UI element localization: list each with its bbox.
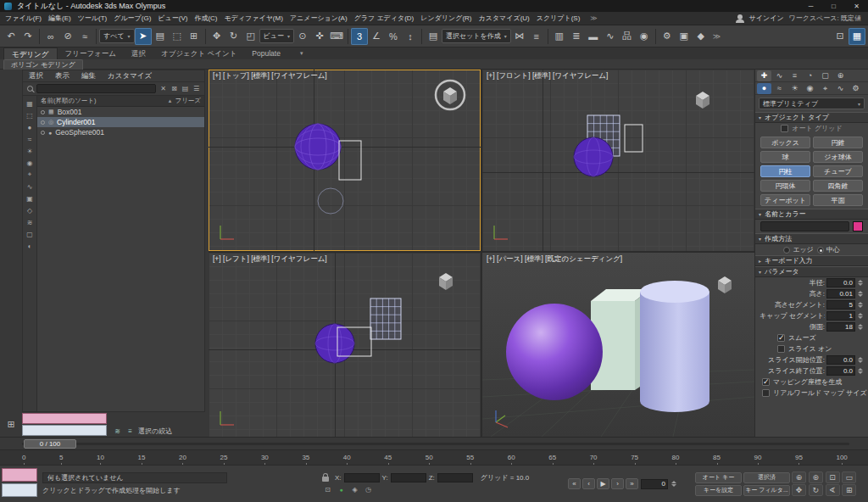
spinner-snap-icon[interactable]: ↕ <box>402 28 419 45</box>
track-bar[interactable]: 0510152025303540455055606570758085909510… <box>0 449 868 465</box>
rollout-keyboard-entry[interactable]: キーボード入力 <box>755 255 868 266</box>
maximize-viewport-icon[interactable]: ⊞ <box>842 484 856 496</box>
ribbon-tab-freeform[interactable]: フリーフォーム <box>58 47 125 59</box>
lock-explorer-icon[interactable]: ⊠ <box>169 84 180 94</box>
zoom-all-icon[interactable]: ⊛ <box>809 471 823 483</box>
zoom-extents-icon[interactable]: ⊡ <box>826 471 840 483</box>
viewport-layout-icon[interactable]: ⊞ <box>4 418 18 431</box>
category-systems[interactable]: ⚙ <box>849 83 863 94</box>
selection-filter-select[interactable]: すべて <box>99 29 135 43</box>
spinner-icon[interactable] <box>857 289 864 298</box>
radio-center[interactable]: 中心 <box>817 245 840 254</box>
pan-icon[interactable]: ✥ <box>792 484 806 496</box>
selection-filter-label[interactable]: 選択の絞込 <box>138 427 172 436</box>
tab-utilities[interactable]: ⊕ <box>833 70 848 81</box>
select-and-rotate-icon[interactable]: ↻ <box>225 28 242 45</box>
named-selection-sets-select[interactable]: 選択セットを作成 <box>442 29 511 43</box>
viewport-left-label[interactable]: [+] [レフト] [標準] [ワイヤフレーム] <box>213 254 327 265</box>
tab-motion[interactable]: ◔ <box>803 70 817 81</box>
scene-node-box001[interactable]: ▦ Box001 <box>37 107 204 117</box>
spinner-icon[interactable] <box>857 278 864 287</box>
menu-item[interactable]: グループ(G) <box>110 12 154 25</box>
viewport-top[interactable]: [+] [トップ] [標準] [ワイヤフレーム] <box>209 70 481 251</box>
tube-button[interactable]: チューブ <box>813 165 863 177</box>
viewport-left[interactable]: [+] [レフト] [標準] [ワイヤフレーム] <box>209 253 481 437</box>
name-column-header[interactable]: 名前(昇順のソート) <box>41 97 165 105</box>
category-cameras[interactable]: ◉ <box>803 83 817 94</box>
percent-snap-icon[interactable]: % <box>385 28 402 45</box>
select-by-name-icon[interactable]: ▤ <box>152 28 169 45</box>
key-filters-button[interactable]: キー フィルタ... <box>743 485 790 496</box>
select-and-link-icon[interactable]: ∞ <box>42 28 59 45</box>
previous-frame-button[interactable]: ‹ <box>582 478 595 489</box>
window-crossing-icon[interactable]: ⊞ <box>186 28 203 45</box>
minimize-button[interactable]: ─ <box>799 0 822 12</box>
ribbon-tab-object-paint[interactable]: オブジェクト ペイント <box>153 47 244 59</box>
tab-create[interactable]: ✚ <box>757 70 771 81</box>
geosphere-object[interactable] <box>506 304 603 400</box>
ribbon-collapse-icon[interactable]: ▾ <box>300 47 303 59</box>
show-spacewarps-icon[interactable]: ∿ <box>24 181 36 192</box>
go-to-end-button[interactable]: » <box>626 478 638 489</box>
schematic-view-icon[interactable]: 品 <box>619 28 636 45</box>
category-helpers[interactable]: ⌖ <box>818 83 832 94</box>
menu-item[interactable]: レンダリング(R) <box>417 12 475 25</box>
selection-region-icon[interactable]: ⬚ <box>169 28 186 45</box>
fov-icon[interactable]: ∢ <box>826 484 840 496</box>
menu-item[interactable]: グラフ エディタ(D) <box>351 12 418 25</box>
keyboard-override-icon[interactable]: ⌨ <box>328 28 345 45</box>
select-and-move-icon[interactable]: ✥ <box>209 28 225 45</box>
orbit-icon[interactable]: ↻ <box>809 484 823 496</box>
menu-item[interactable]: ツール(T) <box>75 12 111 25</box>
explorer-search-input[interactable] <box>36 84 156 93</box>
spinner-icon[interactable] <box>857 366 864 376</box>
select-object-icon[interactable]: ➤ <box>135 28 152 45</box>
set-key-button[interactable]: キーを設定 <box>695 485 742 496</box>
toggle-layer-explorer-icon[interactable]: ≣ <box>568 28 585 45</box>
workspace-grid-icon[interactable]: ▦ <box>849 28 865 45</box>
slice-on-checkbox[interactable] <box>777 345 785 353</box>
menu-item[interactable]: ビュー(V) <box>154 12 191 25</box>
menu-item[interactable]: 編集(E) <box>45 12 75 25</box>
explorer-menu-customize[interactable]: カスタマイズ <box>102 71 158 81</box>
mirror-icon[interactable]: ⋈ <box>511 28 528 45</box>
node-visibility-icon[interactable] <box>41 131 45 135</box>
absolute-mode-icon[interactable]: ⊡ <box>322 485 333 494</box>
menu-item[interactable]: アニメーション(A) <box>287 12 351 25</box>
snap-toggle-3d-icon[interactable]: 3 <box>351 28 368 45</box>
viewport-front-label[interactable]: [+] [フロント] [標準] [ワイヤフレーム] <box>487 71 608 81</box>
generate-mapping-coords-checkbox[interactable] <box>762 378 770 386</box>
render-production-icon[interactable]: ◆ <box>693 28 709 45</box>
torus-button[interactable]: 円環体 <box>760 180 810 192</box>
sort-ascending-icon[interactable]: ▲ <box>168 98 173 103</box>
smooth-checkbox[interactable] <box>777 334 785 342</box>
box-button[interactable]: ボックス <box>760 137 810 148</box>
workspace-selector[interactable]: ワークスペース: 既定値 <box>789 14 861 23</box>
show-bones-icon[interactable]: ≋ <box>24 217 36 227</box>
render-setup-icon[interactable]: ⚙ <box>659 28 676 45</box>
tab-modify[interactable]: ∿ <box>772 70 787 81</box>
ribbon-tab-populate[interactable]: Populate <box>244 47 288 59</box>
spinner-icon[interactable] <box>857 300 864 310</box>
plane-button[interactable]: 平面 <box>813 194 863 206</box>
spinner-icon[interactable] <box>857 311 864 321</box>
view-options-icon[interactable]: ▤ <box>180 84 191 94</box>
angle-snap-icon[interactable]: ∠ <box>368 28 385 45</box>
viewcube[interactable] <box>439 273 453 290</box>
rollout-parameters[interactable]: パラメータ <box>755 266 868 277</box>
viewport-top-label[interactable]: [+] [トップ] [標準] [ワイヤフレーム] <box>213 71 327 81</box>
toolbar-overflow-icon[interactable]: ≫ <box>709 32 724 41</box>
show-all-icon[interactable]: ▦ <box>24 98 36 109</box>
explorer-menu-display[interactable]: 表示 <box>49 71 75 81</box>
show-none-icon[interactable]: ⬚ <box>24 110 36 120</box>
autogrid-checkbox[interactable] <box>781 125 788 132</box>
spinner-icon[interactable] <box>857 355 864 365</box>
menu-item[interactable]: カスタマイズ(U) <box>476 12 533 25</box>
tab-hierarchy[interactable]: ≡ <box>787 70 802 81</box>
show-helpers-icon[interactable]: ⌖ <box>24 170 36 180</box>
height-segments-field[interactable]: 5 <box>826 300 855 310</box>
isolate-selection-icon[interactable]: ⊡ <box>832 28 849 45</box>
pyramid-button[interactable]: 四角錐 <box>813 180 863 192</box>
geosphere-object[interactable] <box>315 324 354 363</box>
teapot-button[interactable]: ティーポット <box>760 194 810 206</box>
